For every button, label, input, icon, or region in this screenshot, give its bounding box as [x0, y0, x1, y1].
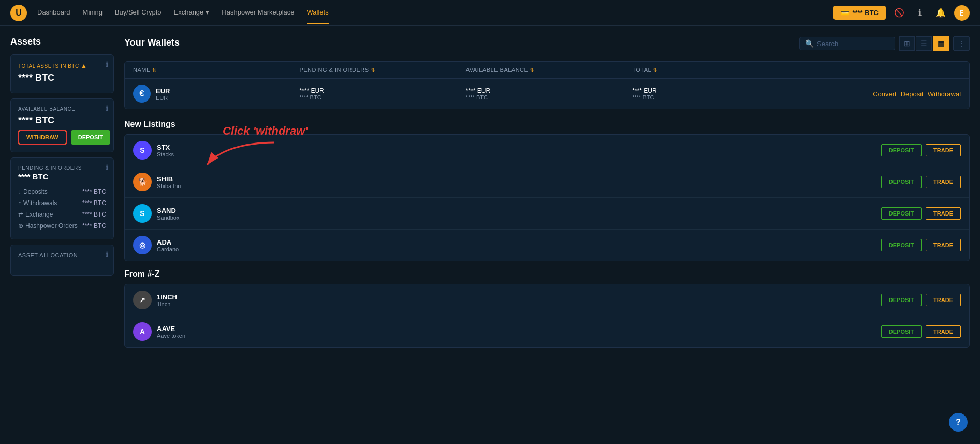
- sand-info: SAND Sandbox: [157, 207, 876, 221]
- exchange-icon: ⇄: [18, 211, 23, 218]
- aave-trade-button[interactable]: TRADE: [926, 325, 961, 338]
- table-view-button[interactable]: ▦: [933, 36, 949, 51]
- wallets-table: NAME ⇅ PENDING & IN ORDERS ⇅ AVAILABLE B…: [124, 61, 970, 109]
- deposit-arrow-icon: ↓: [18, 188, 21, 195]
- shib-info: SHIB Shiba Inu: [157, 175, 876, 189]
- total-assets-label: TOTAL ASSETS IN BTC ▲: [18, 62, 106, 69]
- info-icon[interactable]: ℹ: [913, 6, 927, 20]
- list-item: 🐕 SHIB Shiba Inu DEPOSIT TRADE: [125, 166, 969, 198]
- nav-wallets[interactable]: Wallets: [307, 1, 329, 24]
- coin-subname: EUR: [156, 95, 170, 101]
- navbar: U Dashboard Mining Buy/Sell Crypto Excha…: [0, 0, 980, 26]
- main-content: Your Wallets 🔍 ⊞ ☰ ▦ ⋮ NAME ⇅: [124, 36, 970, 434]
- list-item: S STX Stacks DEPOSIT TRADE: [125, 135, 969, 166]
- nav-dashboard[interactable]: Dashboard: [37, 1, 70, 24]
- stx-trade-button[interactable]: TRADE: [926, 144, 961, 156]
- eye-slash-icon[interactable]: 🚫: [892, 6, 906, 20]
- ada-trade-button[interactable]: TRADE: [926, 239, 961, 251]
- pending-label: PENDING & IN ORDERS: [18, 165, 106, 171]
- nav-mining[interactable]: Mining: [83, 1, 103, 24]
- list-item: A AAVE Aave token DEPOSIT TRADE: [125, 316, 969, 347]
- deposit-button[interactable]: DEPOSIT: [71, 130, 110, 145]
- wallets-title: Your Wallets: [124, 37, 180, 48]
- from-az-table: ↗ 1INCH 1inch DEPOSIT TRADE A AAVE Aave …: [124, 284, 970, 348]
- name-sort-icon[interactable]: ⇅: [152, 67, 157, 73]
- th-name: NAME ⇅: [133, 67, 295, 73]
- deposit-eur-button[interactable]: Deposit: [901, 90, 924, 98]
- nav-exchange[interactable]: Exchange ▾: [174, 1, 210, 24]
- aave-deposit-button[interactable]: DEPOSIT: [881, 325, 922, 338]
- bell-icon[interactable]: 🔔: [933, 6, 948, 20]
- aave-info: AAVE Aave token: [157, 325, 876, 339]
- pending-withdrawals: ↑ Withdrawals **** BTC: [18, 197, 106, 209]
- pending-orders-card: PENDING & IN ORDERS **** BTC ↓ Deposits …: [10, 157, 114, 239]
- pending-deposits: ↓ Deposits **** BTC: [18, 186, 106, 197]
- sidebar: Assets TOTAL ASSETS IN BTC ▲ **** BTC ℹ …: [10, 36, 114, 434]
- withdrawal-button[interactable]: Withdrawal: [928, 90, 961, 98]
- avatar[interactable]: ₿: [954, 5, 970, 21]
- shib-trade-button[interactable]: TRADE: [926, 176, 961, 188]
- grid-view-button[interactable]: ⊞: [899, 36, 915, 51]
- total-assets-info-icon[interactable]: ℹ: [106, 60, 108, 68]
- ada-actions: DEPOSIT TRADE: [881, 239, 961, 251]
- nav-links: Dashboard Mining Buy/Sell Crypto Exchang…: [37, 1, 833, 24]
- allocation-info-icon[interactable]: ℹ: [106, 250, 108, 259]
- sand-trade-button[interactable]: TRADE: [926, 207, 961, 220]
- nav-right: 💳 **** BTC 🚫 ℹ 🔔 ₿: [833, 5, 970, 21]
- pending-value: **** BTC: [18, 172, 106, 181]
- btc-trend-icon: ▲: [81, 62, 87, 69]
- cell-total: **** EUR **** BTC: [632, 87, 794, 101]
- new-listings-table: S STX Stacks DEPOSIT TRADE 🐕 SHIB Shiba …: [124, 134, 970, 261]
- shib-actions: DEPOSIT TRADE: [881, 176, 961, 188]
- total-assets-value: **** BTC: [18, 73, 106, 83]
- pending-hashpower: ⊕ Hashpower Orders **** BTC: [18, 220, 106, 232]
- more-options-button[interactable]: ⋮: [953, 36, 970, 51]
- pending-exchange: ⇄ Exchange **** BTC: [18, 209, 106, 220]
- main-layout: Assets TOTAL ASSETS IN BTC ▲ **** BTC ℹ …: [0, 26, 980, 444]
- search-icon: 🔍: [805, 39, 814, 48]
- table-row: € EUR EUR **** EUR **** BTC **** EUR ***…: [125, 79, 969, 109]
- allocation-title: ASSET ALLOCATION: [18, 252, 106, 259]
- balance-sort-icon[interactable]: ⇅: [530, 67, 534, 73]
- search-input[interactable]: [817, 40, 889, 48]
- shib-deposit-button[interactable]: DEPOSIT: [881, 176, 922, 188]
- cell-name: € EUR EUR: [133, 85, 295, 103]
- pending-list: ↓ Deposits **** BTC ↑ Withdrawals **** B…: [18, 186, 106, 232]
- sand-deposit-button[interactable]: DEPOSIT: [881, 207, 922, 220]
- available-balance-value: **** BTC: [18, 115, 106, 126]
- oneinch-deposit-button[interactable]: DEPOSIT: [881, 294, 922, 306]
- pending-info-icon[interactable]: ℹ: [106, 163, 108, 171]
- th-total: TOTAL ⇅: [632, 67, 794, 73]
- search-box: 🔍: [799, 37, 895, 50]
- convert-button[interactable]: Convert: [873, 90, 897, 98]
- aave-icon: A: [133, 322, 152, 341]
- available-balance-card: AVAILABLE BALANCE **** BTC WITHDRAW DEPO…: [10, 98, 114, 152]
- stx-info: STX Stacks: [157, 144, 876, 157]
- total-sort-icon[interactable]: ⇅: [653, 67, 657, 73]
- oneinch-trade-button[interactable]: TRADE: [926, 294, 961, 306]
- th-pending: PENDING & IN ORDERS ⇅: [299, 67, 461, 73]
- ada-icon: ◎: [133, 236, 152, 254]
- help-button[interactable]: ?: [949, 413, 968, 432]
- asset-allocation-card: ASSET ALLOCATION ℹ: [10, 245, 114, 276]
- nav-hashpower[interactable]: Hashpower Marketplace: [222, 1, 294, 24]
- withdraw-button[interactable]: WITHDRAW: [18, 130, 67, 145]
- cell-actions: Convert Deposit Withdrawal: [799, 90, 961, 98]
- shib-icon: 🐕: [133, 173, 152, 191]
- oneinch-actions: DEPOSIT TRADE: [881, 294, 961, 306]
- pending-sort-icon[interactable]: ⇅: [371, 67, 375, 73]
- nav-buysell[interactable]: Buy/Sell Crypto: [115, 1, 162, 24]
- from-az-title: From #-Z: [124, 269, 970, 279]
- aave-actions: DEPOSIT TRADE: [881, 325, 961, 338]
- available-balance-info-icon[interactable]: ℹ: [106, 104, 108, 112]
- withdrawal-arrow-icon: ↑: [18, 199, 21, 207]
- logo[interactable]: U: [10, 5, 27, 21]
- stx-deposit-button[interactable]: DEPOSIT: [881, 144, 922, 156]
- list-view-button[interactable]: ☰: [916, 36, 932, 51]
- ada-deposit-button[interactable]: DEPOSIT: [881, 239, 922, 251]
- view-toggle: ⊞ ☰ ▦: [899, 36, 949, 51]
- wallets-header: 🔍 ⊞ ☰ ▦ ⋮: [799, 36, 970, 51]
- btc-balance-button[interactable]: 💳 **** BTC: [833, 6, 886, 20]
- new-listings-title: New Listings: [124, 120, 970, 129]
- hashpower-icon: ⊕: [18, 222, 23, 230]
